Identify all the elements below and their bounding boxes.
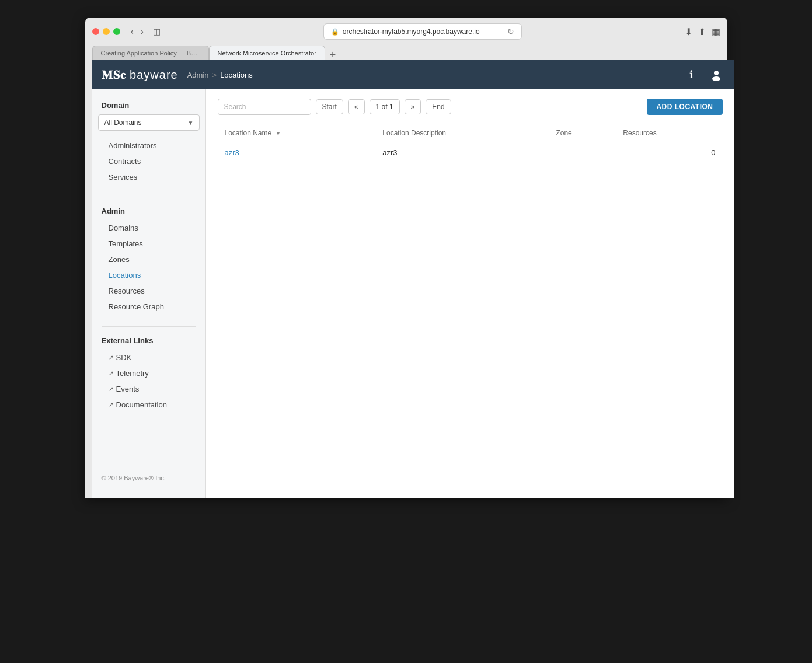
sidebar-item-administrators[interactable]: Administrators xyxy=(92,138,205,153)
cell-location-name: azr3 xyxy=(218,142,376,163)
tab-docs[interactable]: Creating Application Policy — Bayware do… xyxy=(92,46,209,60)
user-menu-button[interactable] xyxy=(708,66,725,83)
table-header: Location Name ▼ Location Description Zon… xyxy=(218,124,723,142)
tab-orchestrator[interactable]: Network Microservice Orchestrator xyxy=(209,46,325,60)
lock-icon: 🔒 xyxy=(331,28,339,36)
col-header-name[interactable]: Location Name ▼ xyxy=(218,124,376,142)
sidebar: Domain All Domains ▼ Administrators Cont… xyxy=(92,89,206,498)
table-body: azr3 azr3 0 xyxy=(218,142,723,163)
sidebar-item-domains[interactable]: Domains xyxy=(92,220,205,236)
external-link-icon: ➚ xyxy=(109,354,114,361)
top-nav-right: ℹ xyxy=(683,66,725,83)
external-link-icon: ➚ xyxy=(109,385,114,393)
breadcrumb: Admin > Locations xyxy=(187,71,253,79)
table-header-row: Location Name ▼ Location Description Zon… xyxy=(218,124,723,142)
logo: 𝐌𝐒𝐜 bayware xyxy=(102,68,178,82)
svg-point-0 xyxy=(714,71,719,75)
share-icon[interactable]: ⬆ xyxy=(698,26,706,37)
reload-icon[interactable]: ↻ xyxy=(507,27,514,36)
domain-selector[interactable]: All Domains ▼ xyxy=(98,114,200,131)
content-toolbar: Start « 1 of 1 » End ADD LOCATION xyxy=(218,99,723,115)
traffic-lights xyxy=(92,28,120,35)
sidebar-item-telemetry[interactable]: ➚ Telemetry xyxy=(92,365,205,381)
pager-end-button[interactable]: End xyxy=(426,99,451,114)
download-icon[interactable]: ⬇ xyxy=(685,26,692,37)
main-content: Start « 1 of 1 » End ADD LOCATION Locati… xyxy=(206,89,734,498)
col-header-zone: Zone xyxy=(549,124,616,142)
address-bar[interactable]: 🔒 orchestrator-myfab5.myorg4.poc.bayware… xyxy=(323,23,522,40)
table-row: azr3 azr3 0 xyxy=(218,142,723,163)
cell-location-resources: 0 xyxy=(616,142,722,163)
sidebar-item-services[interactable]: Services xyxy=(92,169,205,185)
sidebar-item-events[interactable]: ➚ Events xyxy=(92,381,205,397)
breadcrumb-separator: > xyxy=(212,71,217,79)
search-input[interactable] xyxy=(218,99,311,115)
minimize-button[interactable] xyxy=(103,28,110,35)
sidebar-item-resources[interactable]: Resources xyxy=(92,283,205,299)
browser-titlebar: ‹ › ◫ 🔒 orchestrator-myfab5.myorg4.poc.b… xyxy=(92,23,720,40)
sidebar-toggle-icon[interactable]: ▦ xyxy=(712,26,720,37)
main-layout: Domain All Domains ▼ Administrators Cont… xyxy=(92,89,734,498)
nav-arrows: ‹ › xyxy=(128,25,147,38)
sidebar-domain-section: Domain All Domains ▼ Administrators Cont… xyxy=(92,99,205,185)
sidebar-item-templates[interactable]: Templates xyxy=(92,236,205,252)
address-bar-container: 🔒 orchestrator-myfab5.myorg4.poc.bayware… xyxy=(166,23,678,40)
breadcrumb-current: Locations xyxy=(220,71,253,79)
back-button[interactable]: ‹ xyxy=(128,25,136,38)
sidebar-external-section: External Links ➚ SDK ➚ Telemetry ➚ Event… xyxy=(92,334,205,413)
sidebar-item-documentation[interactable]: ➚ Documentation xyxy=(92,397,205,413)
col-header-resources: Resources xyxy=(616,124,722,142)
sidebar-admin-title: Admin xyxy=(92,204,205,220)
sidebar-domain-title: Domain xyxy=(92,99,205,114)
user-icon xyxy=(710,68,723,81)
breadcrumb-parent[interactable]: Admin xyxy=(187,71,209,79)
maximize-button[interactable] xyxy=(113,28,120,35)
add-location-button[interactable]: ADD LOCATION xyxy=(647,99,722,115)
sidebar-item-sdk[interactable]: ➚ SDK xyxy=(92,350,205,365)
svg-point-1 xyxy=(712,76,720,81)
sidebar-divider-2 xyxy=(102,326,196,327)
info-button[interactable]: ℹ xyxy=(683,66,701,83)
forward-button[interactable]: › xyxy=(138,25,146,38)
top-nav-left: 𝐌𝐒𝐜 bayware Admin > Locations xyxy=(102,68,253,82)
sidebar-divider-1 xyxy=(102,197,196,197)
new-tab-button[interactable]: + xyxy=(325,50,341,60)
domain-select[interactable]: All Domains xyxy=(98,114,200,131)
sidebar-external-title: External Links xyxy=(92,334,205,350)
sidebar-item-locations[interactable]: Locations xyxy=(92,267,205,283)
external-link-icon: ➚ xyxy=(109,369,114,377)
locations-table: Location Name ▼ Location Description Zon… xyxy=(218,124,723,163)
sidebar-item-contracts[interactable]: Contracts xyxy=(92,153,205,169)
pager-next-button[interactable]: » xyxy=(405,99,421,114)
view-toggle-button[interactable]: ◫ xyxy=(153,27,161,36)
cell-location-zone xyxy=(549,142,616,163)
col-header-description: Location Description xyxy=(375,124,549,142)
top-nav: 𝐌𝐒𝐜 bayware Admin > Locations ℹ xyxy=(92,60,734,89)
url-text: orchestrator-myfab5.myorg4.poc.bayware.i… xyxy=(343,27,480,36)
pager-prev-button[interactable]: « xyxy=(348,99,365,114)
sidebar-item-zones[interactable]: Zones xyxy=(92,252,205,267)
sidebar-footer: © 2019 Bayware® Inc. xyxy=(92,467,205,488)
location-link[interactable]: azr3 xyxy=(225,148,239,157)
sidebar-admin-section: Admin Domains Templates Zones Locations xyxy=(92,204,205,315)
pager-start-button[interactable]: Start xyxy=(316,99,343,114)
browser-actions: ⬇ ⬆ ▦ xyxy=(685,26,720,37)
sidebar-item-resource-graph[interactable]: Resource Graph xyxy=(92,299,205,315)
browser-tabs: Creating Application Policy — Bayware do… xyxy=(92,46,720,60)
pager-current: 1 of 1 xyxy=(370,99,400,114)
cell-location-description: azr3 xyxy=(375,142,549,163)
sort-arrow-icon: ▼ xyxy=(276,130,281,137)
app-window: 𝐌𝐒𝐜 bayware Admin > Locations ℹ xyxy=(92,60,734,498)
close-button[interactable] xyxy=(92,28,99,35)
browser-window: ‹ › ◫ 🔒 orchestrator-myfab5.myorg4.poc.b… xyxy=(85,18,727,498)
external-link-icon: ➚ xyxy=(109,401,114,409)
